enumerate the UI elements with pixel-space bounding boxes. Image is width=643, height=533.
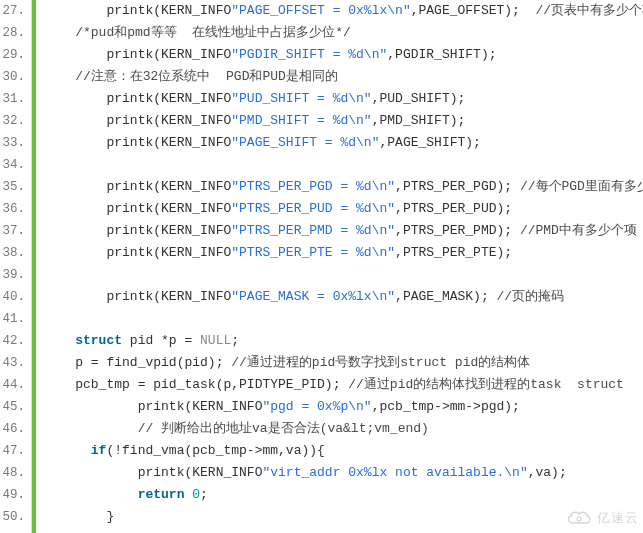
code-token: printk(KERN_INFO [106,245,231,260]
line-number: 48 [0,462,27,484]
code-token: ,PTRS_PER_PGD); [395,179,520,194]
code-token: "PTRS_PER_PTE = %d\n" [231,245,395,260]
code-line: printk(KERN_INFO"PAGE_OFFSET = 0x%lx\n",… [44,0,643,22]
code-token: "PTRS_PER_PMD = %d\n" [231,223,395,238]
code-token: (!find_vma(pcb_tmp->mm,va)){ [106,443,324,458]
code-token: p = find_vpid(pid); [75,355,231,370]
code-token: "pgd = 0x%p\n" [262,399,371,414]
code-token: "PAGE_SHIFT = %d\n" [231,135,379,150]
code-token: ,PMD_SHIFT); [372,113,466,128]
line-number: 49 [0,484,27,506]
code-token: "PTRS_PER_PGD = %d\n" [231,179,395,194]
line-number: 33 [0,132,27,154]
line-number: 41 [0,308,27,330]
code-token: NULL [200,333,231,348]
code-area: printk(KERN_INFO"PAGE_OFFSET = 0x%lx\n",… [32,0,643,533]
code-token: // 判断给出的地址va是否合法(va&lt;vm_end) [138,421,429,436]
code-line: printk(KERN_INFO"PTRS_PER_PGD = %d\n",PT… [44,176,643,198]
code-line: printk(KERN_INFO"PTRS_PER_PUD = %d\n",PT… [44,198,643,220]
code-line: pcb_tmp = pid_task(p,PIDTYPE_PID); //通过p… [44,374,643,396]
code-token: ,PAGE_SHIFT); [379,135,480,150]
code-line: printk(KERN_INFO"PAGE_SHIFT = %d\n",PAGE… [44,132,643,154]
code-token: } [106,509,114,524]
line-number: 50 [0,506,27,528]
code-token: //通过进程的pid号数字找到struct pid的结构体 [231,355,530,370]
code-token: printk(KERN_INFO [106,3,231,18]
line-number: 35 [0,176,27,198]
code-token: /*pud和pmd等等 在线性地址中占据多少位*/ [75,25,351,40]
code-token: printk(KERN_INFO [106,47,231,62]
code-token: //注意：在32位系统中 PGD和PUD是相同的 [75,69,338,84]
line-number: 27 [0,0,27,22]
code-token: ,va); [528,465,567,480]
code-line: printk(KERN_INFO"virt_addr 0x%lx not ava… [44,462,643,484]
code-line: } [44,506,643,528]
code-line: p = find_vpid(pid); //通过进程的pid号数字找到struc… [44,352,643,374]
code-token: printk(KERN_INFO [106,179,231,194]
line-number: 45 [0,396,27,418]
code-token: ,PTRS_PER_PMD); [395,223,520,238]
code-token: "PAGE_OFFSET = 0x%lx\n" [231,3,410,18]
code-line: printk(KERN_INFO"PTRS_PER_PMD = %d\n",PT… [44,220,643,242]
code-token: return [138,487,185,502]
code-line: printk(KERN_INFO"PAGE_MASK = 0x%lx\n",PA… [44,286,643,308]
code-line: if(!find_vma(pcb_tmp->mm,va)){ [44,440,643,462]
line-number: 30 [0,66,27,88]
code-token: "PMD_SHIFT = %d\n" [231,113,371,128]
code-token: printk(KERN_INFO [106,223,231,238]
code-token: printk(KERN_INFO [106,289,231,304]
code-token: //页的掩码 [497,289,565,304]
code-line: /*pud和pmd等等 在线性地址中占据多少位*/ [44,22,643,44]
code-line [44,308,643,330]
code-token: "virt_addr 0x%lx not available.\n" [262,465,527,480]
code-viewer: 2728293031323334353637383940414243444546… [0,0,643,533]
code-token: ,PTRS_PER_PUD); [395,201,512,216]
code-line: //注意：在32位系统中 PGD和PUD是相同的 [44,66,643,88]
code-token: //页表中有多少个项 [536,3,643,18]
line-number: 37 [0,220,27,242]
line-number: 28 [0,22,27,44]
code-token: ,PAGE_OFFSET); [411,3,536,18]
code-token: printk(KERN_INFO [106,113,231,128]
code-token: //每个PGD里面有多少 [520,179,643,194]
code-token: "PGDIR_SHIFT = %d\n" [231,47,387,62]
code-token: ,PGDIR_SHIFT); [387,47,496,62]
line-number: 47 [0,440,27,462]
line-number: 29 [0,44,27,66]
code-token: ,PAGE_MASK); [395,289,496,304]
code-token: printk(KERN_INFO [138,465,263,480]
line-number: 42 [0,330,27,352]
code-line: struct pid *p = NULL; [44,330,643,352]
code-line: printk(KERN_INFO"PGDIR_SHIFT = %d\n",PGD… [44,44,643,66]
code-token: 0 [192,487,200,502]
code-token: "PTRS_PER_PUD = %d\n" [231,201,395,216]
line-number: 43 [0,352,27,374]
code-line: return 0; [44,484,643,506]
code-line [44,154,643,176]
code-token: pcb_tmp = pid_task(p,PIDTYPE_PID); [75,377,348,392]
code-token: ; [231,333,239,348]
code-line: printk(KERN_INFO"pgd = 0x%p\n",pcb_tmp->… [44,396,643,418]
code-token: ,PUD_SHIFT); [372,91,466,106]
line-number: 34 [0,154,27,176]
code-token: if [91,443,107,458]
line-number-gutter: 2728293031323334353637383940414243444546… [0,0,32,533]
line-number: 36 [0,198,27,220]
code-token: ,pcb_tmp->mm->pgd); [372,399,520,414]
code-line: printk(KERN_INFO"PUD_SHIFT = %d\n",PUD_S… [44,88,643,110]
code-token: printk(KERN_INFO [106,91,231,106]
line-number: 32 [0,110,27,132]
code-token: //通过pid的结构体找到进程的task struct [348,377,624,392]
code-line [44,264,643,286]
line-number: 39 [0,264,27,286]
line-number: 44 [0,374,27,396]
line-number: 46 [0,418,27,440]
code-token: "PUD_SHIFT = %d\n" [231,91,371,106]
code-token: ,PTRS_PER_PTE); [395,245,512,260]
code-token: printk(KERN_INFO [106,135,231,150]
code-token: printk(KERN_INFO [138,399,263,414]
code-token: pid *p = [122,333,200,348]
code-line: // 判断给出的地址va是否合法(va&lt;vm_end) [44,418,643,440]
line-number: 40 [0,286,27,308]
code-token: struct [75,333,122,348]
